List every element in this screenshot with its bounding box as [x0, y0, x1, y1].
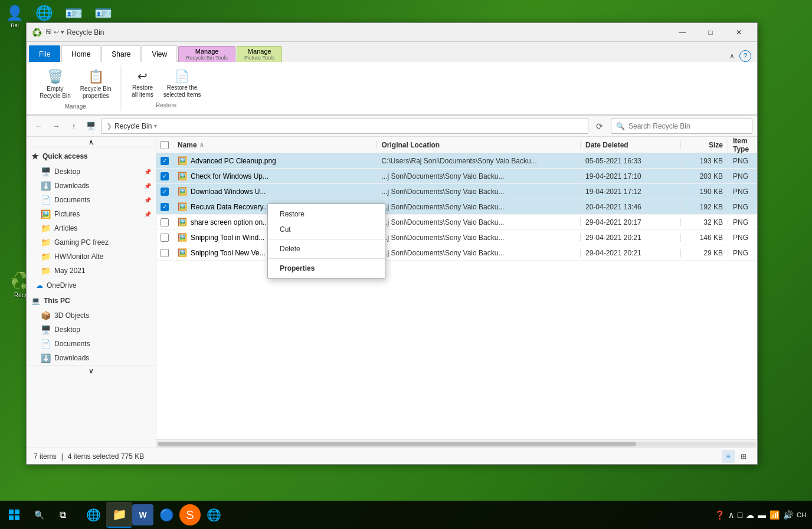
header-location[interactable]: Original Location — [376, 141, 581, 149]
sidebar-item-desktop[interactable]: 🖥️ Desktop 📌 — [27, 165, 156, 179]
sidebar-item-pictures[interactable]: 🖼️ Pictures 📌 — [27, 207, 156, 221]
context-menu: Restore Cut Delete Properties — [267, 203, 385, 279]
ribbon-expand-btn[interactable]: ∧ — [725, 52, 739, 60]
sidebar-item-documents2[interactable]: 📄 Documents — [27, 337, 156, 351]
h-scroll-track — [158, 442, 756, 446]
header-item-type[interactable]: Item Type — [728, 137, 757, 153]
address-bar: ← → ↑ 🖥️ ❯ Recycle Bin ▾ ⟳ 🔍 — [27, 116, 757, 137]
maximize-button[interactable]: □ — [697, 23, 724, 42]
tab-view[interactable]: View — [142, 45, 177, 62]
system-tray: ❓ ∧ □ ☁ ▬ 📶 🔊 CH — [709, 510, 812, 520]
header-date[interactable]: Date Deleted — [580, 141, 680, 149]
taskbar-tray-icon[interactable]: ▬ — [758, 510, 766, 520]
status-selected: 4 items selected 775 KB — [68, 452, 144, 461]
main-area: ∧ ★ Quick access 🖥️ Desktop 📌 ⬇️ Downloa… — [27, 137, 757, 448]
file-list-header: Name ∧ Original Location Date Deleted Si… — [156, 137, 757, 153]
context-menu-delete[interactable]: Delete — [268, 241, 385, 257]
ribbon-group-manage: 🗑️ EmptyRecycle Bin 📋 Recycle Binpropert… — [31, 64, 120, 112]
refresh-button[interactable]: ⟳ — [592, 119, 607, 134]
minimize-button[interactable]: — — [669, 23, 696, 42]
taskbar-task-view[interactable]: ⧉ — [50, 502, 76, 528]
desktop-icon-user[interactable]: 👤 Raj — [0, 0, 30, 33]
context-menu-divider — [268, 239, 385, 239]
clock: CH — [797, 511, 806, 518]
sidebar-item-hwmonitor[interactable]: 📁 HWMonitor Alte — [27, 249, 156, 264]
h-scrollbar[interactable] — [156, 439, 757, 448]
sidebar-this-pc[interactable]: 💻 This PC — [27, 293, 156, 308]
address-dropdown[interactable]: ▾ — [154, 123, 157, 129]
wifi-tray-icon[interactable]: 📶 — [770, 510, 780, 520]
taskbar-app-2[interactable]: S — [179, 504, 201, 525]
table-row[interactable]: ✓ 🖼️ Download Windows U... ...j Soni\Doc… — [156, 184, 757, 199]
search-bar: 🔍 — [611, 119, 752, 134]
sidebar-item-documents[interactable]: 📄 Documents 📌 — [27, 193, 156, 207]
tab-share[interactable]: Share — [102, 45, 140, 62]
taskbar-search-icon[interactable]: 🔍 — [28, 501, 50, 529]
close-button[interactable]: ✕ — [725, 23, 752, 42]
sidebar-item-3d-objects[interactable]: 📦 3D Objects — [27, 308, 156, 323]
sidebar-item-articles[interactable]: 📁 Articles — [27, 221, 156, 235]
taskbar-app-chrome[interactable]: 🌐 — [201, 502, 227, 528]
forward-button[interactable]: → — [49, 119, 63, 133]
context-menu-cut[interactable]: Cut — [268, 222, 385, 237]
taskbar-app-1[interactable]: 🔵 — [153, 502, 179, 528]
restore-selected-button[interactable]: 📄 Restore theselected items — [160, 67, 205, 101]
header-size[interactable]: Size — [680, 141, 728, 149]
ribbon: File Home Share View Manage Recycle Bin … — [27, 42, 757, 116]
sidebar-item-downloads2[interactable]: ⬇️ Downloads — [27, 351, 156, 365]
restore-all-button[interactable]: ↩ Restoreall items — [128, 67, 158, 101]
help-tray-icon[interactable]: ❓ — [715, 510, 725, 520]
h-scroll-thumb[interactable] — [158, 442, 636, 446]
table-row[interactable]: ✓ 🖼️ Check for Windows Up... ...j Soni\D… — [156, 169, 757, 184]
sidebar-quick-access-header[interactable]: ★ Quick access — [27, 148, 156, 165]
help-button[interactable]: ? — [739, 50, 751, 62]
taskbar-app-word[interactable]: W — [132, 504, 153, 525]
details-view-button[interactable]: ≡ — [722, 450, 735, 463]
taskbar: 🔍 ⧉ 🌐 📁 W 🔵 S 🌐 ❓ ∧ □ ☁ ▬ 📶 🔊 CH — [0, 501, 812, 529]
volume-tray-icon[interactable]: 🔊 — [783, 510, 793, 520]
title-bar-icon: ♻️ — [31, 27, 42, 38]
sidebar-scroll-down[interactable]: ∨ — [27, 365, 156, 376]
up-button[interactable]: ↑ — [67, 119, 81, 133]
screen-tray-icon[interactable]: □ — [738, 510, 742, 520]
table-row[interactable]: 🖼️ Snipping Tool New Ve... ...j Soni\Doc… — [156, 245, 757, 261]
recycle-bin-properties-button[interactable]: 📋 Recycle Binproperties — [77, 67, 115, 102]
context-menu-properties[interactable]: Properties — [268, 261, 385, 276]
desktop: 👤 Raj 🌐 🪪 🪪 ♻️ Recy ♻️ 🖫 ↩ ▾ Recycl — [0, 0, 812, 529]
expand-tray-icon[interactable]: ∧ — [728, 510, 734, 520]
context-menu-restore[interactable]: Restore — [268, 206, 385, 222]
title-bar-controls: — □ ✕ — [669, 23, 752, 42]
tab-home[interactable]: Home — [61, 45, 100, 62]
large-icon-view-button[interactable]: ⊞ — [737, 450, 750, 463]
svg-rect-2 — [9, 515, 14, 520]
tab-manage-picture[interactable]: Manage Picture Tools — [237, 46, 282, 62]
sidebar-item-downloads[interactable]: ⬇️ Downloads 📌 — [27, 179, 156, 193]
taskbar-app-file-explorer[interactable]: 📁 — [106, 502, 132, 528]
table-row[interactable]: 🖼️ share screen option on... ...j Soni\D… — [156, 215, 757, 230]
back-button[interactable]: ← — [31, 119, 45, 133]
ribbon-restore-buttons: ↩ Restoreall items 📄 Restore theselected… — [128, 67, 205, 101]
sidebar-onedrive[interactable]: ☁ OneDrive — [27, 278, 156, 293]
sidebar-item-may2021[interactable]: 📁 May 2021 — [27, 264, 156, 278]
tab-file[interactable]: File — [29, 45, 60, 62]
sidebar-item-desktop2[interactable]: 🖥️ Desktop — [27, 323, 156, 337]
empty-recycle-bin-button[interactable]: 🗑️ EmptyRecycle Bin — [36, 67, 74, 102]
table-row[interactable]: ✓ 🖼️ Recuva Data Recovery... ...j Soni\D… — [156, 199, 757, 215]
header-name[interactable]: Name ∧ — [173, 141, 376, 149]
start-button[interactable] — [0, 501, 28, 529]
title-bar-title: Recycle Bin — [67, 28, 669, 37]
onedrive-tray-icon[interactable]: ☁ — [746, 510, 754, 520]
table-row[interactable]: ✓ 🖼️ Advanced PC Cleanup.png C:\Users\Ra… — [156, 153, 757, 169]
svg-rect-0 — [9, 510, 14, 514]
tab-manage-recycle[interactable]: Manage Recycle Bin Tools — [178, 46, 235, 62]
search-input[interactable] — [628, 122, 747, 130]
header-checkbox[interactable] — [156, 141, 173, 149]
svg-rect-3 — [15, 515, 19, 520]
table-row[interactable]: 🖼️ Snipping Tool in Wind... ...j Soni\Do… — [156, 230, 757, 245]
sidebar-scroll-up[interactable]: ∧ — [27, 137, 156, 148]
taskbar-app-edge[interactable]: 🌐 — [80, 502, 106, 528]
status-item-count: 7 items — [34, 452, 57, 461]
address-path[interactable]: ❯ Recycle Bin ▾ — [101, 119, 588, 134]
ribbon-content: 🗑️ EmptyRecycle Bin 📋 Recycle Binpropert… — [27, 62, 757, 115]
sidebar-item-gaming-pc[interactable]: 📁 Gaming PC freez — [27, 235, 156, 249]
